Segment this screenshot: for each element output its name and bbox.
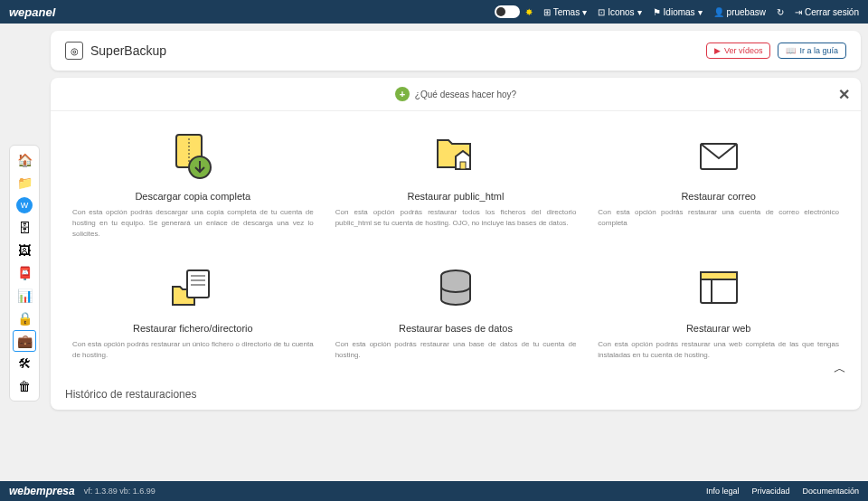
book-icon: 📖 — [786, 46, 796, 55]
plus-icon: + — [395, 87, 410, 101]
trash-icon[interactable]: 🗑 — [13, 375, 36, 397]
home-icon[interactable]: 🏠 — [13, 149, 36, 171]
option-restore-mail[interactable]: Restaurar correo Con esta opción podrás … — [598, 129, 839, 240]
icons-menu[interactable]: ⊡Iconos▾ — [598, 7, 641, 17]
title-card: ◎ SuperBackup ▶Ver vídeos 📖Ir a la guía — [51, 31, 861, 71]
main-card: + ¿Qué deseas hacer hoy? ✕ Descargar cop… — [51, 78, 861, 410]
prompt-bar: + ¿Qué deseas hacer hoy? ✕ — [51, 78, 861, 111]
version-text: vf: 1.3.89 vb: 1.6.99 — [84, 487, 156, 496]
footer-brand: webempresa — [9, 485, 75, 497]
tools-icon[interactable]: 🛠 — [13, 353, 36, 374]
videos-button[interactable]: ▶Ver vídeos — [706, 43, 771, 59]
history-title: Histórico de restauraciones — [51, 379, 861, 410]
logout-button[interactable]: ⇥Cerrar sesión — [795, 7, 859, 17]
close-icon[interactable]: ✕ — [838, 86, 850, 103]
legal-link[interactable]: Info legal — [706, 487, 740, 496]
languages-menu[interactable]: ⚑Idiomas▾ — [653, 7, 703, 17]
options-grid: Descargar copia completa Con esta opción… — [51, 111, 861, 379]
wordpress-icon[interactable]: W — [13, 194, 36, 216]
lock-icon[interactable]: 🔒 — [13, 307, 36, 329]
option-download-full[interactable]: Descargar copia completa Con esta opción… — [72, 129, 314, 240]
refresh-button[interactable]: ↻ — [777, 7, 784, 17]
superbackup-icon: ◎ — [65, 42, 83, 60]
guide-button[interactable]: 📖Ir a la guía — [778, 43, 846, 59]
chevron-up-icon[interactable]: ︿ — [834, 361, 846, 377]
svg-rect-3 — [460, 162, 466, 169]
folder-icon[interactable]: 📁 — [13, 172, 36, 194]
svg-rect-11 — [701, 272, 737, 279]
privacy-link[interactable]: Privacidad — [751, 487, 789, 496]
image-icon[interactable]: 🖼 — [13, 240, 36, 261]
docs-link[interactable]: Documentación — [802, 487, 859, 496]
option-restore-file[interactable]: Restaurar fichero/directorio Con esta op… — [72, 261, 314, 361]
database-icon[interactable]: 🗄 — [13, 217, 36, 239]
sidebar: 🏠 📁 W 🗄 🖼 📮 📊 🔒 💼 🛠 🗑 — [9, 145, 40, 402]
gear-icon[interactable]: ✸ — [525, 7, 533, 17]
option-restore-web[interactable]: Restaurar web Con esta opción podrás res… — [598, 261, 839, 361]
footer: webempresa vf: 1.3.89 vb: 1.6.99 Info le… — [0, 481, 868, 501]
top-bar: wepanel ✸ ⊞Temas▾ ⊡Iconos▾ ⚑Idiomas▾ 👤pr… — [0, 0, 868, 24]
brand-logo: wepanel — [9, 5, 55, 19]
option-restore-html[interactable]: Restaurar public_html Con esta opción po… — [335, 129, 577, 240]
play-icon: ▶ — [714, 46, 721, 55]
backup-icon[interactable]: 💼 — [13, 330, 36, 352]
themes-menu[interactable]: ⊞Temas▾ — [543, 7, 587, 17]
page-title: SuperBackup — [90, 43, 166, 58]
svg-rect-5 — [187, 270, 209, 298]
user-menu[interactable]: 👤pruebasw — [713, 7, 766, 17]
option-restore-db[interactable]: Restaurar bases de datos Con esta opción… — [335, 261, 577, 361]
mail-icon[interactable]: 📮 — [13, 262, 36, 284]
stats-icon[interactable]: 📊 — [13, 285, 36, 307]
dark-mode-toggle[interactable] — [495, 5, 520, 18]
